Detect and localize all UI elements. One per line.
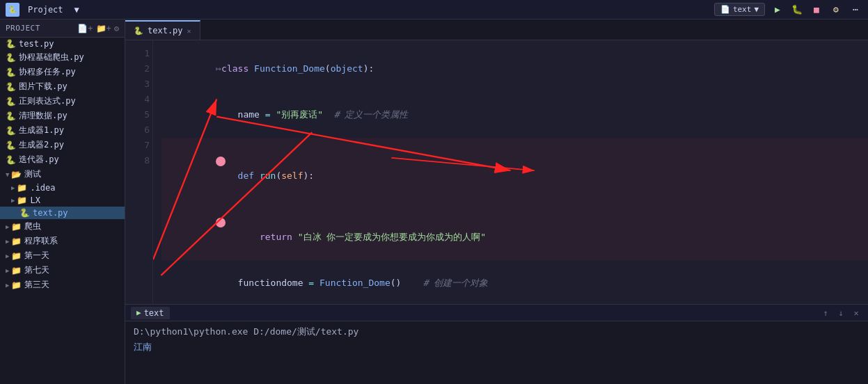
run-config-name: text	[733, 5, 752, 14]
sidebar-item-textpy[interactable]: 🐍 text.py	[0, 207, 125, 219]
sidebar-title: Project	[6, 24, 40, 33]
terminal-tab-label: text	[144, 308, 164, 318]
folder-icon: 📁	[11, 222, 22, 232]
code-line-3: def run(self):	[161, 138, 868, 199]
folder-icon: 📁	[11, 280, 22, 290]
menu-bar: Project ▼	[28, 5, 79, 15]
expand-arrow: ▶	[6, 223, 9, 230]
sidebar-folder-label: 爬虫	[24, 221, 41, 232]
file-icon: 🐍	[6, 82, 16, 92]
terminal-scroll-down[interactable]: ↓	[835, 307, 847, 319]
terminal-header: ▶ text ↑ ↓ ✕	[125, 305, 868, 321]
line-numbers: 1 2 3 4 5 6 7 8	[125, 40, 153, 304]
expand-arrow: ▶	[6, 238, 9, 245]
top-bar-left: 🐍 Project ▼	[6, 3, 79, 17]
sidebar: Project 📄+ 📁+ ⚙ 🐍 test.py 🐍 协程基础爬虫.py 🐍 …	[0, 19, 125, 384]
run-config-icon: 📄	[720, 5, 730, 14]
terminal-line-output: 江南	[134, 339, 860, 355]
expand-arrow: ▶	[6, 253, 9, 259]
folder-icon: 📁	[11, 251, 22, 261]
folder-icon: 📁	[17, 195, 27, 205]
terminal-scroll-up[interactable]: ↑	[819, 307, 832, 319]
tab-bar: 🐍 text.py ✕	[125, 19, 868, 40]
tab-close-icon[interactable]: ✕	[187, 27, 191, 35]
menu-item-file[interactable]: Project	[28, 5, 63, 15]
expand-arrow: ▶	[11, 184, 15, 191]
terminal-line-path: D:\python1\python.exe D:/dome/测试/text.py	[134, 324, 860, 339]
expand-arrow: ▶	[11, 197, 15, 204]
run-config[interactable]: 📄 text ▼	[714, 3, 765, 16]
sidebar-item-label: 生成器2.py	[19, 139, 64, 151]
folder-icon: 📂	[11, 170, 22, 179]
sidebar-folder-day1[interactable]: ▶ 📁 第一天	[0, 248, 125, 263]
file-icon: 🐍	[6, 53, 16, 63]
code-editor[interactable]: 1 2 3 4 5 6 7 8 ↦class Function_Dome(obj…	[125, 40, 868, 304]
sidebar-folder-idea[interactable]: ▶ 📁 .idea	[0, 182, 125, 194]
line-num-2: 2	[131, 61, 150, 77]
top-bar-right: 📄 text ▼ ▶ 🐛 ■ ⚙ ⋯	[714, 3, 862, 17]
sidebar-item-gen2[interactable]: 🐍 生成器2.py	[0, 138, 125, 152]
sidebar-item-test[interactable]: 🐍 test.py	[0, 38, 125, 50]
sidebar-folder-ceshi[interactable]: ▼ 📂 测试	[0, 167, 125, 182]
app-logo: 🐍	[6, 3, 19, 17]
terminal-content: D:\python1\python.exe D:/dome/测试/text.py…	[125, 321, 868, 384]
sidebar-item-clean-data[interactable]: 🐍 清理数据.py	[0, 109, 125, 123]
folder-icon: 📁	[11, 266, 22, 275]
file-icon: 🐍	[6, 111, 16, 121]
sidebar-folder-label: 测试	[24, 168, 41, 180]
sidebar-item-iterator[interactable]: 🐍 迭代器.py	[0, 152, 125, 167]
file-icon: 🐍	[6, 67, 16, 77]
sidebar-item-label: test.py	[19, 39, 54, 49]
expand-arrow: ▶	[6, 282, 9, 289]
code-line-1: ↦class Function_Dome(object):	[161, 46, 868, 92]
terminal-icon: ▶	[136, 308, 141, 317]
line-num-1: 1	[131, 46, 150, 61]
code-line-5: functiondome = Function_Dome() # 创建一个对象	[161, 260, 868, 304]
tab-textpy[interactable]: 🐍 text.py ✕	[125, 20, 200, 40]
line-num-8: 8	[131, 153, 150, 168]
add-file-icon[interactable]: 📄+	[77, 24, 93, 33]
debug-button[interactable]: 🐛	[790, 3, 804, 17]
line-num-3: 3	[131, 77, 150, 92]
code-content[interactable]: ↦class Function_Dome(object): name = "别再…	[153, 40, 868, 304]
file-icon: 🐍	[6, 39, 16, 49]
run-config-arrow: ▼	[754, 5, 759, 14]
sidebar-header-icons: 📄+ 📁+ ⚙	[77, 24, 119, 33]
file-icon: 🐍	[19, 208, 30, 218]
sidebar-folder-lx[interactable]: ▶ 📁 LX	[0, 194, 125, 207]
sidebar-folder-label: 第七天	[24, 264, 49, 276]
line-num-6: 6	[131, 122, 150, 138]
sidebar-folder-program[interactable]: ▶ 📁 程序联系	[0, 234, 125, 248]
sidebar-folder-label: .idea	[30, 183, 55, 193]
sidebar-folder-label: 程序联系	[24, 235, 58, 247]
sidebar-item-image-download[interactable]: 🐍 图片下载.py	[0, 79, 125, 94]
sidebar-item-coroutine-spider[interactable]: 🐍 协程基础爬虫.py	[0, 50, 125, 65]
line-num-4: 4	[131, 92, 150, 107]
sidebar-header: Project 📄+ 📁+ ⚙	[0, 19, 125, 38]
add-folder-icon[interactable]: 📁+	[96, 24, 111, 33]
stop-button[interactable]: ■	[810, 3, 823, 17]
folder-icon: 📁	[11, 237, 22, 246]
terminal-tab[interactable]: ▶ text	[131, 307, 170, 319]
expand-arrow: ▶	[6, 267, 9, 274]
sidebar-folder-day7[interactable]: ▶ 📁 第七天	[0, 263, 125, 278]
expand-arrow: ▼	[6, 171, 9, 178]
sidebar-item-coroutine-task[interactable]: 🐍 协程多任务.py	[0, 65, 125, 79]
top-bar: 🐍 Project ▼ 📄 text ▼ ▶ 🐛 ■ ⚙ ⋯	[0, 0, 868, 19]
file-icon: 🐍	[6, 97, 16, 106]
sidebar-folder-day3[interactable]: ▶ 📁 第三天	[0, 278, 125, 292]
main-content: Project 📄+ 📁+ ⚙ 🐍 test.py 🐍 协程基础爬虫.py 🐍 …	[0, 19, 868, 384]
sidebar-folder-label: 第三天	[24, 279, 49, 291]
more-button[interactable]: ⋯	[849, 3, 862, 17]
run-button[interactable]: ▶	[771, 3, 784, 17]
sidebar-item-label: 图片下载.py	[19, 81, 68, 93]
sidebar-item-regex[interactable]: 🐍 正则表达式.py	[0, 94, 125, 109]
file-icon: 🐍	[6, 155, 16, 165]
tab-file-icon: 🐍	[134, 26, 143, 35]
profile-button[interactable]: ⚙	[829, 3, 843, 17]
terminal-close[interactable]: ✕	[850, 307, 862, 319]
sidebar-item-gen1[interactable]: 🐍 生成器1.py	[0, 123, 125, 138]
code-line-2: name = "别再废话" # 定义一个类属性	[161, 92, 868, 138]
sidebar-folder-spider[interactable]: ▶ 📁 爬虫	[0, 219, 125, 234]
settings-icon[interactable]: ⚙	[114, 24, 119, 33]
